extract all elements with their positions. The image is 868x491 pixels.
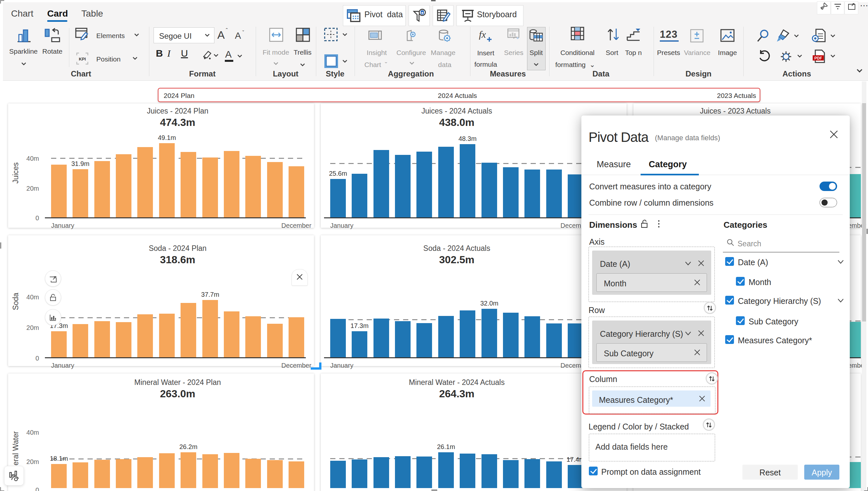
svg-text:fx: fx xyxy=(479,29,486,40)
svg-text:KPI: KPI xyxy=(79,57,86,61)
svg-text:PDF: PDF xyxy=(814,56,822,60)
